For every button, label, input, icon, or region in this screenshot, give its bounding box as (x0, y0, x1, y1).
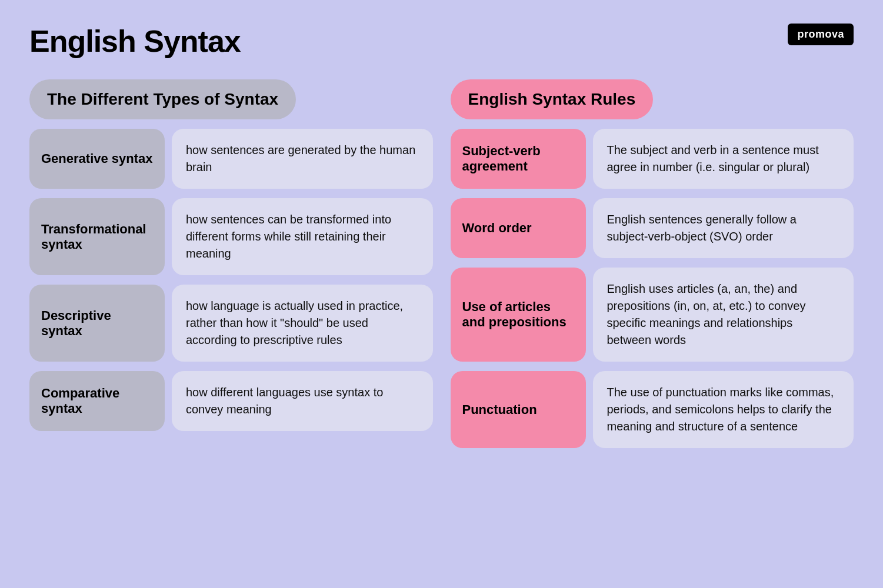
page-header: English Syntax promova (29, 24, 854, 59)
term-punctuation: Punctuation (451, 371, 586, 448)
desc-descriptive: how language is actually used in practic… (172, 285, 433, 362)
term-subject-verb: Subject-verb agreement (451, 129, 586, 189)
desc-articles: English uses articles (a, an, the) and p… (593, 268, 854, 362)
left-section-header: The Different Types of Syntax (29, 79, 296, 119)
desc-transformational: how sentences can be transformed into di… (172, 198, 433, 275)
desc-generative: how sentences are generated by the human… (172, 129, 433, 189)
brand-logo: promova (788, 24, 854, 45)
table-row: Descriptive syntax how language is actua… (29, 285, 433, 362)
desc-word-order: English sentences generally follow a sub… (593, 198, 854, 258)
main-grid: The Different Types of Syntax Generative… (29, 79, 854, 448)
table-row: Use of articles and prepositions English… (451, 268, 854, 362)
desc-subject-verb: The subject and verb in a sentence must … (593, 129, 854, 189)
right-section: English Syntax Rules Subject-verb agreem… (451, 79, 854, 448)
table-row: Transformational syntax how sentences ca… (29, 198, 433, 275)
left-section: The Different Types of Syntax Generative… (29, 79, 433, 448)
term-generative: Generative syntax (29, 129, 165, 189)
page-title: English Syntax (29, 24, 241, 59)
table-row: Generative syntax how sentences are gene… (29, 129, 433, 189)
term-comparative: Comparative syntax (29, 371, 165, 431)
desc-comparative: how different languages use syntax to co… (172, 371, 433, 431)
table-row: Comparative syntax how different languag… (29, 371, 433, 431)
right-section-header: English Syntax Rules (451, 79, 654, 119)
term-word-order: Word order (451, 198, 586, 258)
table-row: Punctuation The use of punctuation marks… (451, 371, 854, 448)
table-row: Word order English sentences generally f… (451, 198, 854, 258)
desc-punctuation: The use of punctuation marks like commas… (593, 371, 854, 448)
table-row: Subject-verb agreement The subject and v… (451, 129, 854, 189)
term-transformational: Transformational syntax (29, 198, 165, 275)
term-descriptive: Descriptive syntax (29, 285, 165, 362)
term-articles: Use of articles and prepositions (451, 268, 586, 362)
